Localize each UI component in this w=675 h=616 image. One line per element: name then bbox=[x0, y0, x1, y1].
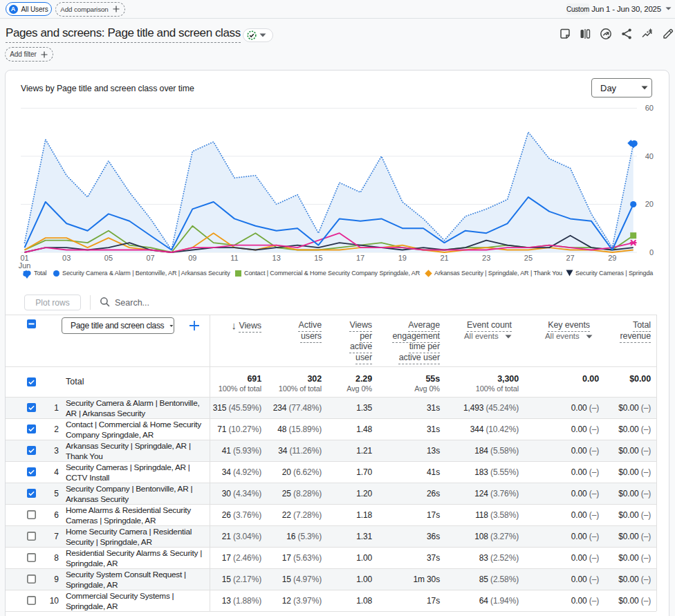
svg-text:09: 09 bbox=[188, 254, 196, 262]
svg-text:07: 07 bbox=[146, 254, 154, 262]
svg-text:05: 05 bbox=[104, 254, 113, 262]
svg-text:40: 40 bbox=[645, 152, 654, 160]
svg-text:19: 19 bbox=[398, 254, 407, 262]
svg-text:13: 13 bbox=[272, 254, 281, 262]
svg-text:25: 25 bbox=[524, 254, 533, 262]
svg-text:15: 15 bbox=[314, 254, 322, 262]
svg-text:03: 03 bbox=[62, 254, 71, 262]
svg-text:17: 17 bbox=[356, 254, 364, 262]
svg-text:27: 27 bbox=[566, 254, 574, 262]
svg-text:21: 21 bbox=[440, 254, 448, 262]
svg-text:29: 29 bbox=[608, 254, 616, 262]
svg-text:0: 0 bbox=[649, 248, 654, 256]
svg-text:11: 11 bbox=[230, 254, 238, 262]
svg-text:23: 23 bbox=[482, 254, 490, 262]
svg-text:20: 20 bbox=[645, 200, 654, 208]
svg-text:60: 60 bbox=[645, 104, 654, 112]
